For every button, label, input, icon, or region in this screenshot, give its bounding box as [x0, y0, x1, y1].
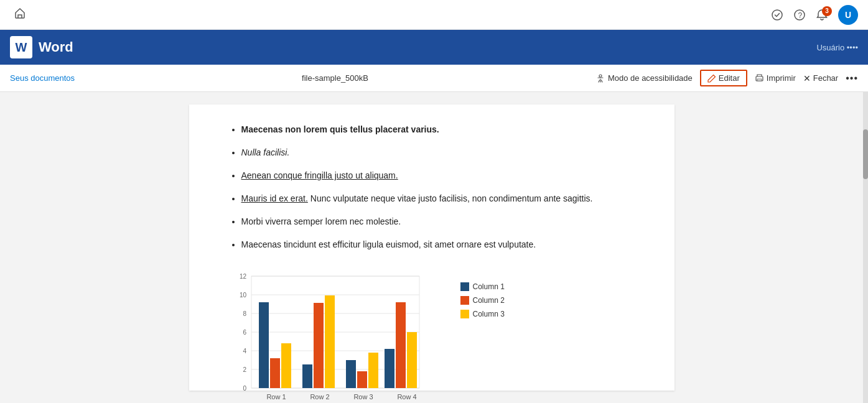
close-label: Fechar: [813, 73, 838, 83]
legend-color-1: [460, 282, 469, 291]
legend-label-1: Column 1: [473, 282, 505, 291]
svg-text:12: 12: [239, 273, 246, 280]
print-label: Imprimir: [767, 73, 796, 83]
svg-text:8: 8: [243, 310, 246, 317]
bullet-text-2: Nulla facilisi.: [241, 147, 290, 157]
chart-container: 0 2 4 6 8 10 12: [226, 264, 637, 403]
chart-wrap: 0 2 4 6 8 10 12: [226, 270, 637, 403]
legend-item-col1: Column 1: [460, 282, 505, 291]
bar-r1-c1: [259, 302, 269, 388]
print-icon: [755, 73, 764, 83]
more-options-button[interactable]: •••: [846, 73, 858, 84]
list-item: Mauris id ex erat. Nunc vulputate neque …: [241, 192, 637, 205]
home-button[interactable]: [10, 5, 30, 25]
app-name: Word: [39, 39, 73, 55]
svg-text:?: ?: [798, 11, 803, 20]
list-item: Maecenas tincidunt est efficitur ligula …: [241, 238, 637, 251]
bar-r2-c2: [314, 303, 324, 388]
home-icon: [14, 7, 26, 22]
edit-icon: [707, 74, 716, 83]
bar-r4-c1: [385, 349, 394, 388]
bar-r1-c3: [281, 343, 291, 388]
accessibility-icon: [595, 73, 605, 83]
legend-item-col3: Column 3: [460, 310, 505, 318]
bar-r4-c3: [407, 332, 417, 388]
svg-text:Row 3: Row 3: [353, 393, 373, 401]
bar-r2-c1: [302, 364, 312, 388]
word-icon: W: [10, 36, 32, 58]
file-name: file-sample_500kB: [80, 73, 590, 83]
accessibility-button[interactable]: Modo de acessibilidade: [595, 73, 693, 83]
svg-rect-5: [757, 79, 762, 81]
bar-r4-c2: [396, 302, 406, 388]
svg-text:6: 6: [243, 329, 246, 336]
word-header: W Word Usuário ••••: [0, 30, 868, 65]
bar-r3-c3: [368, 353, 378, 388]
bullet-text-3: Aenean conque fringilla justo ut aliquam…: [241, 170, 398, 180]
bar-r3-c1: [346, 360, 356, 388]
edit-label: Editar: [719, 73, 740, 83]
bar-r1-c2: [270, 358, 280, 388]
legend-label-2: Column 2: [473, 296, 505, 305]
user-info: Usuário ••••: [816, 43, 858, 52]
svg-text:Row 2: Row 2: [310, 393, 329, 401]
document-page: Maecenas non lorem quis tellus placerat …: [189, 104, 674, 391]
accessibility-label: Modo de acessibilidade: [608, 73, 693, 83]
svg-text:4: 4: [243, 348, 246, 354]
toolbar: Seus documentos file-sample_500kB Modo d…: [0, 65, 868, 92]
top-bar: ? 3 U: [0, 0, 868, 30]
help-button[interactable]: ?: [793, 9, 806, 21]
legend-color-3: [460, 310, 469, 318]
bullet-text-5: Morbi viverra semper lorem nec molestie.: [241, 216, 401, 226]
list-item: Maecenas non lorem quis tellus placerat …: [241, 123, 637, 136]
list-item: Morbi viverra semper lorem nec molestie.: [241, 215, 637, 228]
toolbar-actions: Modo de acessibilidade Editar Imprimir ✕…: [595, 70, 858, 86]
svg-text:Row 4: Row 4: [397, 393, 416, 401]
bullet-text-1: Maecenas non lorem quis tellus placerat …: [241, 124, 439, 134]
chart-svg: 0 2 4 6 8 10 12: [226, 270, 450, 403]
legend-label-3: Column 3: [473, 310, 505, 318]
close-button[interactable]: ✕ Fechar: [803, 73, 838, 83]
svg-text:Row 1: Row 1: [266, 393, 286, 401]
list-item: Nulla facilisi.: [241, 146, 637, 159]
list-item: Aenean conque fringilla justo ut aliquam…: [241, 169, 637, 182]
top-bar-left: [10, 5, 30, 25]
scrollbar-thumb[interactable]: [863, 129, 868, 179]
avatar[interactable]: U: [838, 5, 858, 25]
svg-text:2: 2: [243, 366, 246, 373]
print-button[interactable]: Imprimir: [755, 73, 796, 83]
bullet-text-4a: Mauris id ex erat.: [241, 193, 308, 203]
top-bar-right: ? 3 U: [771, 5, 858, 25]
word-w-letter: W: [16, 40, 27, 55]
document-container: Maecenas non lorem quis tellus placerat …: [0, 92, 863, 403]
bar-r2-c3: [325, 295, 335, 388]
legend-item-col2: Column 2: [460, 296, 505, 305]
notification-badge: 3: [822, 6, 832, 16]
svg-point-0: [772, 10, 782, 20]
close-icon: ✕: [803, 73, 811, 83]
main-area: Maecenas non lorem quis tellus placerat …: [0, 92, 868, 403]
notification-button[interactable]: 3: [816, 9, 828, 21]
svg-point-3: [599, 75, 602, 77]
svg-text:0: 0: [243, 385, 246, 392]
edit-button[interactable]: Editar: [700, 70, 747, 86]
seus-documentos-link[interactable]: Seus documentos: [10, 73, 75, 83]
bar-r3-c2: [357, 371, 367, 388]
bullet-text-6: Maecenas tincidunt est efficitur ligula …: [241, 239, 536, 249]
chart-legend: Column 1 Column 2 Column 3: [460, 270, 505, 318]
word-logo: W Word: [10, 36, 73, 58]
svg-text:10: 10: [239, 292, 246, 299]
check-circle-button[interactable]: [771, 9, 783, 21]
bullet-list: Maecenas non lorem quis tellus placerat …: [226, 123, 637, 251]
scrollbar[interactable]: [863, 92, 868, 403]
bullet-text-4b: Nunc vulputate neque vitae justo facilis…: [310, 193, 593, 203]
legend-color-2: [460, 296, 469, 305]
